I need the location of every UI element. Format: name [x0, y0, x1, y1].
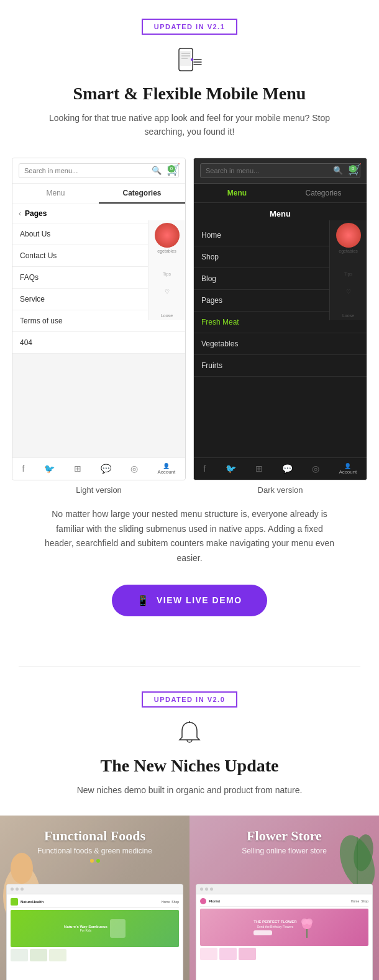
dark-social-icon: ◎: [312, 464, 319, 474]
flower-screenshot-content: Florist Home Shop THE PERFECT FLOWER Sen…: [196, 894, 372, 964]
mobile-menu-icon: [12, 47, 367, 75]
light-phone-label: Light version: [12, 485, 186, 495]
flower-logo: [200, 898, 206, 904]
section-mobile-menu: UPDATED IN V2.1 Smart & Flexible Mobile …: [0, 0, 379, 666]
light-tab-menu[interactable]: Menu: [12, 184, 99, 204]
bell-icon: [12, 720, 367, 747]
badge-v20: UPDATED IN V2.0: [12, 691, 367, 720]
flower-card[interactable]: Flower Store Selling online flower store…: [190, 816, 379, 980]
section1-description: No matter how large your nested menu str…: [28, 507, 351, 566]
dark-phone-label: Dark version: [193, 485, 367, 495]
dark-phone-mockup: 🔍 🛒 0 Menu Categories Menu: [193, 158, 367, 480]
dark-like-icon: ♡: [332, 289, 364, 295]
loose-label: Loose: [151, 313, 183, 318]
dark-search-bar: 🔍 🛒 0: [194, 158, 367, 184]
flower-btn: [253, 930, 272, 935]
like-icon: ♡: [151, 289, 183, 295]
s-dot-3: [21, 888, 24, 891]
foods-screenshot-bar: [7, 884, 183, 894]
section2-title: The New Niches Update: [12, 756, 367, 776]
dark-cart: 🛒 0: [348, 163, 362, 176]
light-search-icon: 🔍: [152, 166, 162, 175]
rss-icon: ⊞: [74, 464, 81, 474]
foods-products-row: [11, 949, 179, 961]
foods-product-img: [110, 919, 126, 938]
store-cards: Functional Foods Functional foods & gree…: [0, 816, 379, 980]
dark-loose-label: Loose: [332, 313, 364, 318]
fb-icon: f: [22, 464, 25, 474]
dark-phone-wrap: 🔍 🛒 0 Menu Categories Menu: [193, 158, 367, 495]
flower-subtitle: Selling online flower store: [190, 847, 379, 855]
foods-dots: [0, 859, 190, 863]
flower-screenshot-bar: [196, 884, 372, 894]
flower-screenshot-nav: Florist Home Shop: [200, 898, 368, 907]
cta-label: VIEW LIVE DEMO: [157, 595, 242, 605]
f-dot-2: [205, 888, 208, 891]
s-dot-1: [11, 888, 14, 891]
dark-menu-item-vegetables[interactable]: Vegetables: [194, 333, 367, 355]
dark-phone-inner: 🔍 🛒 0 Menu Categories Menu: [194, 158, 367, 480]
dark-cart-badge: 0: [349, 165, 357, 173]
phone-icon: 📱: [137, 595, 150, 606]
flower-screenshot: Florist Home Shop THE PERFECT FLOWER Sen…: [196, 884, 373, 980]
dark-twitter-icon: 🐦: [226, 464, 236, 474]
foods-dot-2: [96, 859, 100, 863]
flower-products-row: [200, 948, 368, 960]
light-cart: 🛒 0: [167, 163, 180, 176]
f-dot-1: [200, 888, 203, 891]
light-menu-item-404[interactable]: 404: [12, 332, 185, 354]
dark-fb-icon: f: [204, 464, 206, 474]
dark-rss-icon: ⊞: [255, 464, 263, 474]
foods-screenshot: NatureHealth Home Shop Nature's Way Samb…: [6, 884, 183, 980]
foods-card-content: Functional Foods Functional foods & gree…: [0, 828, 190, 863]
light-tabs: Menu Categories: [12, 184, 185, 204]
dark-menu-item-fruirts[interactable]: Fruirts: [194, 355, 367, 377]
light-pages-label: Pages: [25, 209, 47, 218]
foods-subtitle: Functional foods & green medicine: [0, 847, 190, 855]
section1-subtitle: Looking for that true native app look an…: [34, 111, 345, 139]
light-cart-badge: 0: [168, 165, 175, 173]
dark-whatsapp-icon: 💬: [282, 464, 293, 474]
twitter-icon: 🐦: [44, 464, 55, 474]
foods-card[interactable]: Functional Foods Functional foods & gree…: [0, 816, 190, 980]
light-search-bar: 🔍 🛒 0: [12, 158, 185, 184]
foods-hero: Nature's Way Sambuous For Kids: [11, 910, 179, 947]
flower-hero: THE PERFECT FLOWER Send the Birthday Flo…: [200, 909, 368, 946]
whatsapp-icon: 💬: [101, 464, 111, 474]
foods-title: Functional Foods: [0, 828, 190, 844]
foods-dot-1: [90, 859, 94, 863]
light-phone-mockup: 🔍 🛒 0 Menu Categories ‹ Pages: [12, 158, 186, 480]
light-phone-inner: 🔍 🛒 0 Menu Categories ‹ Pages: [12, 158, 185, 480]
dark-tab-menu[interactable]: Menu: [194, 184, 280, 202]
dark-tab-categories[interactable]: Categories: [280, 184, 367, 202]
dark-bottom-nav: f 🐦 ⊞ 💬 ◎ 👤 Account: [194, 457, 367, 480]
f-dot-3: [210, 888, 213, 891]
section-niches: UPDATED IN V2.0 The New Niches Update Ne…: [0, 667, 379, 797]
light-side-product: egetables Tips ♡ Loose: [148, 220, 185, 320]
dark-search-icon: 🔍: [333, 166, 343, 175]
view-live-demo-button[interactable]: 📱 VIEW LIVE DEMO: [112, 585, 267, 616]
phones-row: 🔍 🛒 0 Menu Categories ‹ Pages: [12, 158, 367, 495]
dark-tabs: Menu Categories: [194, 184, 367, 203]
section2-subtitle: New niches demo built in organic and pro…: [34, 783, 345, 797]
light-phone-wrap: 🔍 🛒 0 Menu Categories ‹ Pages: [12, 158, 186, 495]
s-dot-2: [16, 888, 19, 891]
flower-product-img: [299, 917, 315, 938]
flower-card-content: Flower Store Selling online flower store: [190, 828, 379, 855]
dark-account-icon[interactable]: 👤 Account: [339, 463, 357, 475]
foods-screenshot-nav: NatureHealth Home Shop: [11, 898, 179, 908]
foods-logo: [11, 898, 18, 906]
social-icon: ◎: [130, 464, 138, 474]
section1-title: Smart & Flexible Mobile Menu: [12, 84, 367, 104]
svg-point-14: [306, 919, 313, 925]
light-tab-categories[interactable]: Categories: [99, 184, 185, 204]
account-icon[interactable]: 👤 Account: [157, 463, 175, 475]
flower-title: Flower Store: [190, 828, 379, 844]
badge-v21: UPDATED IN V2.1: [12, 19, 367, 47]
back-arrow-icon: ‹: [19, 209, 21, 218]
product-image: [155, 223, 180, 248]
foods-screenshot-content: NatureHealth Home Shop Nature's Way Samb…: [7, 894, 183, 965]
dark-side-product: egetables Tips ♡ Loose: [329, 220, 367, 320]
dark-product-image: [336, 223, 361, 248]
svg-point-5: [191, 58, 193, 61]
